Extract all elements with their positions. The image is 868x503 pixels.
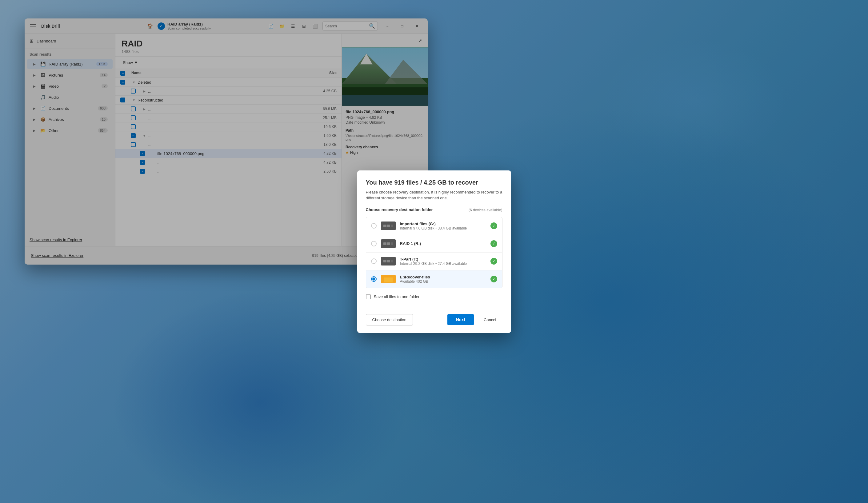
device-drive-icon-raid1 <box>381 239 396 248</box>
device-list: Important files (G:) Internal 97.6 GB di… <box>366 217 503 288</box>
modal-title: You have 919 files / 4.25 GB to recover <box>366 179 503 186</box>
save-one-folder-checkbox[interactable] <box>366 294 371 299</box>
device-drive-icon-tpart <box>381 257 396 265</box>
device-folder-icon-efiles <box>381 275 396 283</box>
device-radio-raid1[interactable] <box>371 241 376 247</box>
modal-footer-right: Next Cancel <box>447 314 503 325</box>
svg-rect-9 <box>383 224 386 227</box>
device-check-icon-tpart: ✓ <box>490 258 497 264</box>
device-name-important: Important files (G:) <box>400 221 486 226</box>
device-radio-efiles[interactable] <box>371 276 376 282</box>
device-check-icon-raid1: ✓ <box>490 240 497 247</box>
svg-rect-13 <box>383 242 386 245</box>
device-detail-efiles: Available 402 GB <box>400 279 486 284</box>
device-item-tpart[interactable]: T-Part (T:) Internal 29.2 GB disk • 27.4… <box>366 253 502 270</box>
device-scroll[interactable]: Important files (G:) Internal 97.6 GB di… <box>366 217 502 288</box>
svg-rect-15 <box>391 242 393 245</box>
modal-section-title: Choose recovery destination folder <box>366 207 433 212</box>
device-check-icon-important: ✓ <box>490 222 497 229</box>
modal-section-header: Choose recovery destination folder (6 de… <box>366 207 503 213</box>
device-detail-tpart: Internal 29.2 GB disk • 27.4 GB availabl… <box>400 262 486 266</box>
modal-footer: Choose destination Next Cancel <box>357 314 511 333</box>
svg-rect-10 <box>387 224 390 227</box>
device-check-icon-efiles: ✓ <box>490 276 497 282</box>
modal-content: You have 919 files / 4.25 GB to recover … <box>357 170 511 314</box>
device-item-efiles[interactable]: E:\Recover-files Available 402 GB ✓ <box>366 270 502 288</box>
modal-devices-count: (6 devices available) <box>468 208 502 212</box>
device-radio-important[interactable] <box>371 223 376 229</box>
svg-rect-19 <box>391 260 393 262</box>
device-name-tpart: T-Part (T:) <box>400 257 486 262</box>
modal-overlay: You have 919 files / 4.25 GB to recover … <box>0 0 868 503</box>
device-info-efiles: E:\Recover-files Available 402 GB <box>400 275 486 284</box>
device-item-raid1[interactable]: RAID 1 (R:) ✓ <box>366 235 502 253</box>
choose-destination-button[interactable]: Choose destination <box>366 314 413 325</box>
device-name-raid1: RAID 1 (R:) <box>400 241 486 246</box>
device-info-important: Important files (G:) Internal 97.6 GB di… <box>400 221 486 230</box>
svg-rect-14 <box>387 242 390 245</box>
save-one-folder-label: Save all files to one folder <box>374 294 420 299</box>
device-drive-icon-important <box>381 221 396 230</box>
next-button[interactable]: Next <box>447 314 474 325</box>
device-info-raid1: RAID 1 (R:) <box>400 241 486 246</box>
svg-rect-11 <box>391 224 393 227</box>
recovery-destination-modal: You have 919 files / 4.25 GB to recover … <box>357 170 511 333</box>
cancel-button[interactable]: Cancel <box>477 314 502 325</box>
modal-description: Please choose recovery destination. It i… <box>366 189 503 201</box>
svg-rect-18 <box>387 260 390 262</box>
save-one-folder-row: Save all files to one folder <box>366 293 503 301</box>
device-info-tpart: T-Part (T:) Internal 29.2 GB disk • 27.4… <box>400 257 486 266</box>
device-name-efiles: E:\Recover-files <box>400 275 486 279</box>
device-radio-tpart[interactable] <box>371 259 376 264</box>
device-detail-important: Internal 97.6 GB disk • 38.4 GB availabl… <box>400 226 486 230</box>
device-item-important[interactable]: Important files (G:) Internal 97.6 GB di… <box>366 217 502 235</box>
svg-rect-17 <box>383 260 386 262</box>
